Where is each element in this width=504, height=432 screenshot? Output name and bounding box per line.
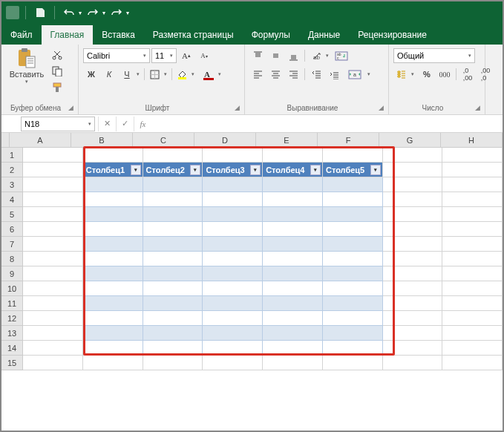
- merge-dropdown-icon[interactable]: ▾: [367, 71, 373, 77]
- row-header[interactable]: 1: [1, 148, 23, 163]
- cell[interactable]: [23, 356, 83, 370]
- cell[interactable]: [442, 222, 503, 237]
- cell[interactable]: [83, 148, 143, 163]
- cell[interactable]: [23, 207, 83, 222]
- table-cell[interactable]: [323, 311, 383, 326]
- column-header[interactable]: C: [133, 133, 194, 148]
- filter-icon[interactable]: ▾: [131, 165, 141, 175]
- table-cell[interactable]: [83, 177, 143, 192]
- percent-icon[interactable]: %: [419, 67, 435, 82]
- borders-dropdown-icon[interactable]: ▾: [164, 71, 170, 77]
- cell[interactable]: [23, 222, 83, 237]
- cell[interactable]: [143, 148, 203, 163]
- tab-вставка[interactable]: Вставка: [93, 25, 144, 45]
- cell[interactable]: [23, 341, 83, 356]
- row-header[interactable]: 4: [1, 192, 23, 207]
- cancel-formula-icon[interactable]: ✕: [98, 117, 116, 131]
- cell[interactable]: [23, 192, 83, 207]
- table-cell[interactable]: [263, 281, 323, 296]
- row-header[interactable]: 2: [1, 163, 23, 177]
- paste-button[interactable]: Вставить ▾: [6, 46, 48, 86]
- repeat-dropdown-icon[interactable]: ▾: [126, 10, 129, 16]
- borders-icon[interactable]: [146, 67, 163, 82]
- cell[interactable]: [383, 266, 443, 281]
- cell[interactable]: [383, 281, 443, 296]
- table-header-cell[interactable]: Столбец5▾: [323, 163, 383, 177]
- fill-dropdown-icon[interactable]: ▾: [192, 71, 197, 77]
- row-header[interactable]: 11: [1, 296, 23, 311]
- column-header[interactable]: H: [441, 133, 503, 148]
- orientation-dropdown-icon[interactable]: ▾: [326, 53, 332, 59]
- table-cell[interactable]: [263, 237, 323, 252]
- format-painter-icon[interactable]: [49, 80, 65, 95]
- copy-icon[interactable]: [49, 64, 65, 79]
- cell[interactable]: [23, 237, 83, 252]
- cell[interactable]: [23, 296, 83, 311]
- table-cell[interactable]: [323, 177, 383, 192]
- cell[interactable]: [442, 326, 503, 341]
- table-header-cell[interactable]: Столбец3▾: [203, 163, 263, 177]
- table-cell[interactable]: [143, 281, 203, 296]
- table-cell[interactable]: [203, 266, 263, 281]
- filter-icon[interactable]: ▾: [250, 165, 261, 175]
- font-color-dropdown-icon[interactable]: ▾: [218, 71, 224, 77]
- cell[interactable]: [323, 356, 383, 370]
- cell[interactable]: [383, 356, 443, 370]
- number-launcher-icon[interactable]: ◢: [475, 104, 480, 111]
- table-cell[interactable]: [203, 296, 263, 311]
- indent-increase-icon[interactable]: [326, 67, 342, 82]
- cell[interactable]: [23, 252, 83, 266]
- cell[interactable]: [442, 237, 503, 252]
- cell[interactable]: [442, 177, 503, 192]
- row-header[interactable]: 15: [1, 356, 23, 370]
- undo-icon[interactable]: [61, 4, 77, 21]
- orientation-icon[interactable]: ab: [308, 48, 324, 63]
- align-right-icon[interactable]: [285, 67, 301, 82]
- save-icon[interactable]: [32, 4, 48, 21]
- cell[interactable]: [383, 207, 443, 222]
- system-menu[interactable]: [6, 6, 19, 19]
- row-header[interactable]: 14: [1, 341, 23, 356]
- cell[interactable]: [442, 266, 503, 281]
- cell[interactable]: [23, 163, 83, 177]
- tab-рецензирование[interactable]: Рецензирование: [349, 25, 436, 45]
- redo-icon[interactable]: [85, 4, 101, 21]
- table-cell[interactable]: [263, 252, 323, 266]
- table-cell[interactable]: [203, 177, 263, 192]
- column-header[interactable]: G: [379, 133, 441, 148]
- table-cell[interactable]: [143, 296, 203, 311]
- table-cell[interactable]: [143, 177, 203, 192]
- table-cell[interactable]: [83, 207, 143, 222]
- cell[interactable]: [383, 237, 443, 252]
- table-cell[interactable]: [323, 207, 383, 222]
- cell[interactable]: [383, 192, 443, 207]
- row-header[interactable]: 9: [1, 266, 23, 281]
- cell[interactable]: [383, 311, 443, 326]
- name-box[interactable]: N18▾: [21, 117, 95, 131]
- cell[interactable]: [442, 281, 503, 296]
- cell[interactable]: [23, 311, 83, 326]
- wrap-text-icon[interactable]: abc: [333, 48, 350, 63]
- cell[interactable]: [23, 148, 83, 163]
- table-cell[interactable]: [203, 326, 263, 341]
- insert-function-icon[interactable]: fx: [134, 117, 151, 131]
- cell[interactable]: [203, 148, 263, 163]
- cell[interactable]: [383, 222, 443, 237]
- table-header-cell[interactable]: Столбец4▾: [263, 163, 323, 177]
- table-cell[interactable]: [143, 252, 203, 266]
- table-header-cell[interactable]: Столбец1▾: [83, 163, 143, 177]
- table-cell[interactable]: [143, 237, 203, 252]
- undo-dropdown-icon[interactable]: ▾: [79, 10, 82, 16]
- formula-input[interactable]: [151, 117, 503, 131]
- table-cell[interactable]: [83, 341, 143, 356]
- cell[interactable]: [442, 341, 503, 356]
- grow-font-icon[interactable]: A▴: [178, 48, 194, 63]
- table-cell[interactable]: [263, 177, 323, 192]
- row-header[interactable]: 6: [1, 222, 23, 237]
- table-cell[interactable]: [263, 326, 323, 341]
- tab-формулы[interactable]: Формулы: [243, 25, 299, 45]
- increase-decimal-icon[interactable]: ,0,00: [459, 67, 476, 82]
- align-bottom-icon[interactable]: [285, 48, 301, 63]
- cut-icon[interactable]: [49, 48, 65, 62]
- cell[interactable]: [263, 356, 323, 370]
